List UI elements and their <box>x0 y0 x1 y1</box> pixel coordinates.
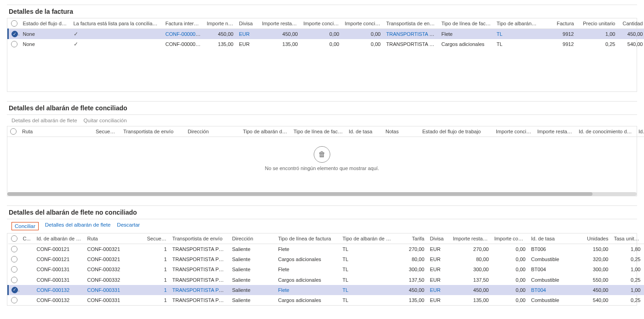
col-importe-conc2[interactable]: Importe conciliado <box>342 18 384 29</box>
unreconciled-section: Detalles del albarán de flete no concili… <box>7 205 637 306</box>
col-importe-rest[interactable]: Importe restante <box>450 234 492 244</box>
cell-trans[interactable]: TRANSPORTISTA PR004 <box>170 285 230 295</box>
cell-precio: 1,00 <box>577 29 618 40</box>
descartar-button[interactable]: Descartar <box>117 222 140 230</box>
table-row[interactable]: CONF-000131 CONF-000332 1 TRANSPORTISTA … <box>8 264 644 274</box>
col-secuencia[interactable]: Secuencia <box>93 126 121 137</box>
cell-dir: Saliente <box>230 264 276 274</box>
col-transportista[interactable]: Transportista de envío <box>384 18 439 29</box>
cell-tarifa: 80,00 <box>395 254 427 264</box>
cell-ruta[interactable]: CONF-000331 <box>85 285 144 295</box>
section-title: Detalles de la factura <box>7 5 637 18</box>
detalles-button[interactable]: Detalles del albarán de flete <box>45 222 111 230</box>
cell-tasa[interactable]: BT004 <box>529 285 575 295</box>
row-selector[interactable] <box>11 256 17 262</box>
cell-factura-interna[interactable]: CONF-000000193 <box>163 29 204 40</box>
cell-rest: 135,00 <box>450 295 492 305</box>
cell-divisa[interactable]: EUR <box>427 285 450 295</box>
horizontal-scrollbar[interactable] <box>7 192 637 196</box>
col-unidades[interactable]: Unidades <box>575 234 611 244</box>
col-id-conoc[interactable]: Id. de conocimiento de e... <box>576 126 636 137</box>
col-divisa[interactable]: Divisa <box>427 234 450 244</box>
select-all[interactable] <box>7 126 19 137</box>
col-id-tasa[interactable]: Id. de tasa <box>529 234 575 244</box>
col-importe-restante[interactable]: Importe restante <box>259 18 301 29</box>
col-id-envio[interactable]: Id. del envío <box>636 126 644 137</box>
cell-factura: 9912 <box>540 29 577 40</box>
row-selector[interactable] <box>12 287 18 293</box>
col-importe-conc[interactable]: Importe conciliado <box>301 18 342 29</box>
col-factura-interna[interactable]: Factura interna↑ <box>163 18 204 29</box>
col-transportista[interactable]: Transportista de envío <box>170 234 230 244</box>
cell-id[interactable]: CONF-000132 <box>34 285 85 295</box>
cell-conc: 0,00 <box>492 295 529 305</box>
col-tipo-albaran[interactable]: Tipo de albarán de flete <box>494 18 540 29</box>
cell-c <box>20 285 34 295</box>
col-id-albaran[interactable]: Id. de albarán de flete <box>34 234 85 244</box>
cell-divisa: EUR <box>427 295 450 305</box>
col-tipo-linea[interactable]: Tipo de línea de factura <box>276 234 340 244</box>
table-row[interactable]: CONF-000132 CONF-000331 1 TRANSPORTISTA … <box>8 295 644 305</box>
col-tipo-linea[interactable]: Tipo de línea de factura <box>439 18 494 29</box>
col-lista[interactable]: La factura está lista para la conciliaci… <box>71 18 163 29</box>
select-all[interactable] <box>8 18 20 29</box>
cell-divisa[interactable]: EUR <box>236 29 259 40</box>
col-ruta[interactable]: Ruta <box>85 234 144 244</box>
col-tarifa[interactable]: Tarifa <box>395 234 427 244</box>
cell-tipo-linea: Cargos adicionales <box>276 274 340 285</box>
col-tipo-albaran[interactable]: Tipo de albarán de flete <box>340 234 395 244</box>
col-tipo-albaran[interactable]: Tipo de albarán de flete <box>240 126 291 137</box>
cell-tipo-albaran[interactable]: TL <box>494 29 540 40</box>
col-ruta[interactable]: Ruta <box>19 126 93 137</box>
cell-tipo-albaran[interactable]: TL <box>340 285 395 295</box>
row-selector[interactable] <box>11 266 17 273</box>
col-importe-neto[interactable]: Importe neto <box>204 18 236 29</box>
col-cantidad[interactable]: Cantidad <box>618 18 644 29</box>
conciliar-button[interactable]: Conciliar <box>12 222 39 230</box>
table-row[interactable]: CONF-000131 CONF-000332 1 TRANSPORTISTA … <box>8 274 644 285</box>
cell-seq[interactable]: 1 <box>144 285 170 295</box>
table-row[interactable]: None ✓ CONF-000000193 135,00 EUR 135,00 … <box>8 39 644 49</box>
cell-tarifa: 450,00 <box>395 285 427 295</box>
empty-state: 🗑 No se encontró ningún elemento que mos… <box>7 137 637 189</box>
col-notas[interactable]: Notas <box>383 126 420 137</box>
col-secuencia[interactable]: Secuencia <box>144 234 170 244</box>
table-row[interactable]: CONF-000121 CONF-000321 1 TRANSPORTISTA … <box>8 254 644 264</box>
col-precio[interactable]: Precio unitario <box>577 18 618 29</box>
detalles-button[interactable]: Detalles del albarán de flete <box>12 118 77 123</box>
col-transportista[interactable]: Transportista de envío <box>121 126 185 137</box>
col-divisa[interactable]: Divisa <box>236 18 259 29</box>
cell-seq: 1 <box>144 264 170 274</box>
row-selector[interactable] <box>11 246 17 252</box>
cell-uni: 150,00 <box>575 244 611 255</box>
row-selector[interactable] <box>11 41 17 47</box>
quitar-button[interactable]: Quitar conciliación <box>84 118 127 123</box>
cell-transportista[interactable]: TRANSPORTISTA PR004 <box>384 29 439 40</box>
col-direccion[interactable]: Dirección <box>230 234 276 244</box>
col-id-tasa[interactable]: Id. de tasa <box>346 126 383 137</box>
cell-seq: 1 <box>144 254 170 264</box>
row-selector[interactable] <box>11 297 17 303</box>
row-selector[interactable] <box>12 31 18 37</box>
row-selector[interactable] <box>11 277 17 283</box>
col-factura[interactable]: Factura <box>540 18 577 29</box>
col-tasa-unit[interactable]: Tasa unitaria <box>611 234 644 244</box>
col-importe-rest[interactable]: Importe restante <box>535 126 576 137</box>
select-all[interactable] <box>8 234 20 244</box>
col-c[interactable]: C... <box>20 234 34 244</box>
col-direccion[interactable]: Dirección <box>185 126 240 137</box>
table-row[interactable]: CONF-000132 CONF-000331 1 TRANSPORTISTA … <box>8 285 644 295</box>
cell-tipo-linea: Flete <box>276 264 340 274</box>
table-row[interactable]: CONF-000121 CONF-000321 1 TRANSPORTISTA … <box>8 244 644 255</box>
cell-tarifa: 270,00 <box>395 244 427 255</box>
col-tipo-linea[interactable]: Tipo de línea de factura <box>291 126 346 137</box>
cell-tasa: Combustible <box>529 295 575 305</box>
col-estado[interactable]: Estado del flujo de trabajo <box>420 126 493 137</box>
col-importe-conc[interactable]: Importe concil... <box>492 234 529 244</box>
cell-tipo-linea[interactable]: Flete <box>276 285 340 295</box>
cell-lista: ✓ <box>71 29 163 40</box>
col-importe-conc[interactable]: Importe conciliado <box>493 126 535 137</box>
cell-rest: 300,00 <box>450 264 492 274</box>
table-row[interactable]: None ✓ CONF-000000193 450,00 EUR 450,00 … <box>8 29 644 40</box>
col-estado[interactable]: Estado del flujo de trabajo <box>20 18 71 29</box>
